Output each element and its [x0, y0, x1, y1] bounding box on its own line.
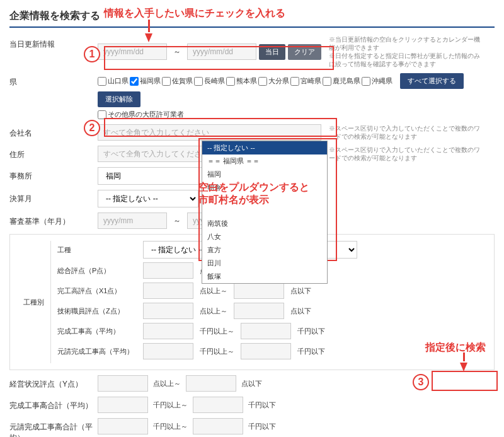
pref-checkbox-group: 山口県福岡県佐賀県長崎県熊本県大分県宮崎県鹿児島県沖縄県 [98, 76, 392, 86]
tilde: ～ [169, 47, 185, 57]
pref-checkbox[interactable] [323, 77, 331, 86]
dropdown-option[interactable]: 八女 [202, 230, 327, 243]
pref-checkbox[interactable] [226, 77, 235, 86]
x1-max-input[interactable] [234, 283, 284, 299]
dropdown-option[interactable]: 福岡 [202, 168, 327, 181]
orig-total-max-input[interactable] [193, 418, 243, 434]
deselect-button[interactable]: 選択解除 [98, 91, 140, 107]
pref-label: 鹿児島県 [333, 76, 360, 86]
label-worktype: 工種 [57, 245, 139, 255]
dropdown-option[interactable]: 飯塚 [202, 270, 327, 283]
pref-other-label: その他県の大臣許可業者 [108, 110, 184, 119]
z-max-input[interactable] [234, 303, 284, 319]
pref-checkbox[interactable] [130, 77, 139, 86]
audit-from-input[interactable] [98, 213, 167, 229]
hint-company: ※スペース区切りで入力していただくことで複数のワードでの検索が可能となります [329, 124, 480, 141]
p-min-input[interactable] [143, 262, 193, 279]
pref-checkbox[interactable] [194, 77, 203, 86]
label-z: 技術職員評点（Z点） [57, 306, 139, 316]
page-title: 企業情報を検索する [9, 9, 495, 28]
label-update: 当日更新情報 [9, 35, 98, 50]
pref-label: 沖縄県 [372, 76, 392, 86]
tilde: ～ [169, 216, 185, 226]
label-audit: 審査基準（年月） [9, 213, 98, 227]
done-total-max-input[interactable] [193, 397, 243, 413]
orig-min-input[interactable] [143, 343, 193, 359]
orig-total-min-input[interactable] [98, 418, 148, 434]
dropdown-option[interactable]: 朝倉 [202, 181, 327, 194]
office-dropdown-panel[interactable]: -- 指定しない -- ＝＝ 福岡県 ＝＝ 福岡 朝倉 南筑後 八女 直方 田川… [202, 141, 328, 284]
date-to-input[interactable] [187, 44, 256, 60]
label-done-avg: 完成工事高（平均） [57, 327, 139, 336]
pref-label: 長崎県 [204, 76, 225, 86]
label-orig-avg: 元請完成工事高（平均） [57, 347, 139, 356]
pref-label: 熊本県 [236, 76, 257, 86]
label-company: 会社名 [9, 124, 98, 139]
dropdown-option[interactable]: ＝＝ 福岡県 ＝＝ [202, 154, 327, 168]
pref-label: 福岡県 [140, 76, 161, 86]
dropdown-option[interactable] [202, 206, 327, 217]
pref-checkbox[interactable] [98, 77, 106, 86]
done-total-min-input[interactable] [98, 397, 148, 413]
label-settle: 決算月 [9, 190, 98, 204]
label-pref: 県 [9, 73, 98, 88]
y-max-input[interactable] [186, 375, 236, 392]
label-total-p: 総合評点（P点） [57, 266, 139, 276]
hint-address: ※スペース区切りで入力していただくことで複数のワードでの検索が可能となります [329, 146, 480, 162]
label-worktype-group: 工種別 [16, 241, 51, 363]
dropdown-option[interactable]: -- 指定しない -- [202, 141, 327, 154]
y-min-input[interactable] [98, 375, 148, 392]
clear-date-button[interactable]: クリア [288, 44, 321, 60]
label-orig-total: 元請完成工事高合計（平均） [9, 418, 98, 437]
label-address: 住所 [9, 146, 98, 160]
pref-checkbox[interactable] [362, 77, 370, 86]
today-button[interactable]: 当日 [259, 44, 285, 60]
pref-label: 山口県 [108, 76, 129, 86]
hint-date: ※当日更新情報の空白をクリックするとカレンダー機能が利用できます ※日付を指定す… [329, 35, 480, 68]
label-x1: 完工高評点（X1点） [57, 286, 139, 296]
company-input[interactable] [98, 124, 321, 141]
dropdown-option[interactable]: 直方 [202, 243, 327, 257]
date-from-input[interactable] [98, 44, 167, 60]
pref-checkbox[interactable] [258, 77, 267, 86]
pref-checkbox[interactable] [162, 77, 171, 86]
pref-label: 宮崎県 [301, 76, 321, 86]
label-y: 経営状況評点（Y点） [9, 375, 98, 390]
select-all-button[interactable]: すべて選択する [400, 73, 464, 89]
done-min-input[interactable] [143, 323, 193, 339]
pref-checkbox[interactable] [290, 77, 299, 86]
dropdown-option[interactable]: 南筑後 [202, 217, 327, 230]
label-office: 事務所 [9, 167, 98, 182]
settle-select[interactable]: -- 指定しない -- [98, 190, 198, 207]
dropdown-option[interactable] [202, 194, 327, 206]
orig-max-input[interactable] [241, 343, 291, 359]
done-max-input[interactable] [241, 323, 291, 339]
z-min-input[interactable] [143, 303, 193, 319]
pref-other-checkbox[interactable] [98, 110, 106, 119]
pref-label: 大分県 [268, 76, 289, 86]
label-done-total: 完成工事高合計（平均） [9, 397, 98, 411]
pref-label: 佐賀県 [172, 76, 193, 86]
dropdown-option[interactable]: 田川 [202, 257, 327, 270]
x1-min-input[interactable] [143, 283, 193, 299]
